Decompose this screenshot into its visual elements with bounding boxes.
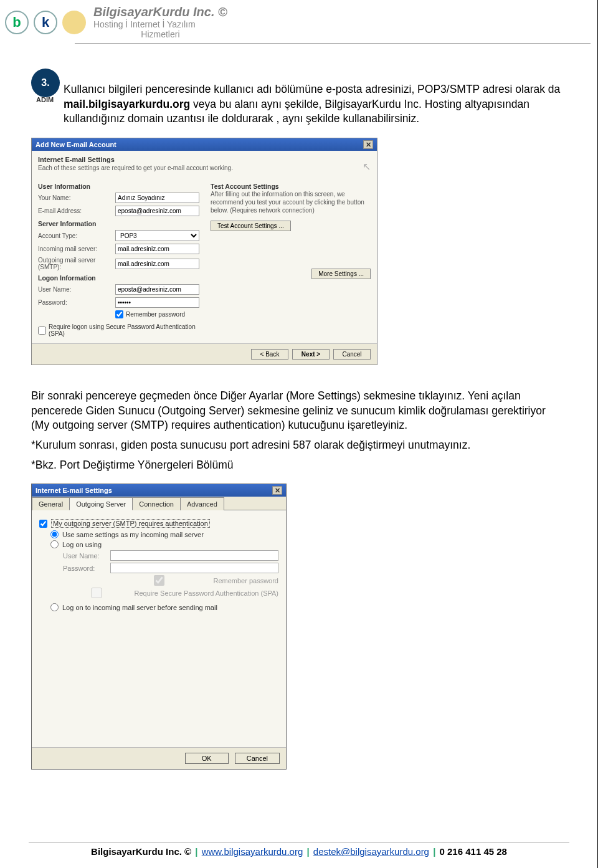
logo-b-icon: b [5,11,29,34]
tab-connection[interactable]: Connection [132,497,181,510]
close-icon[interactable]: ✕ [363,140,373,149]
smtp-auth-label: My outgoing server (SMTP) requires authe… [51,519,210,528]
server-info-heading: Server Information [38,220,199,227]
test-settings-heading: Test Account Settings [211,183,371,190]
footer-url-link[interactable]: www.bilgisayarkurdu.org [202,846,303,857]
tab-outgoing-server[interactable]: Outgoing Server [69,497,133,510]
log-on-before-send-label: Log on to incoming mail server before se… [62,604,217,611]
close-icon[interactable]: ✕ [272,486,282,495]
log-on-using-label: Log on using [62,541,102,548]
outgoing-input[interactable] [115,259,199,269]
log-on-before-send-radio[interactable] [50,603,59,611]
next-button[interactable]: Next > [292,349,330,360]
step-number: 3. [41,77,49,88]
email-input[interactable] [115,206,199,216]
d2-spa-checkbox [63,588,130,598]
ok-button[interactable]: OK [185,753,229,764]
outgoing-label: Outgoing mail server (SMTP): [38,257,113,270]
account-type-label: Account Type: [38,232,113,239]
logo-k-icon: k [34,11,57,34]
dialog2-title: Internet E-mail Settings [36,487,112,494]
d2-username-input [110,550,278,561]
globe-icon [62,11,86,34]
use-same-settings-label: Use same settings as my incoming mail se… [62,531,204,538]
dialog1-titlebar: Add New E-mail Account ✕ [32,138,377,151]
email-settings-dialog: Internet E-mail Settings ✕ General Outgo… [31,484,287,770]
instruction-para-3: *Kurulum sonrası, giden posta sunucusu p… [31,438,563,453]
instruction-para-4: *Bkz. Port Değiştirme Yönergeleri Bölümü [31,458,563,473]
cursor-icon: ↖ [363,161,371,173]
instruction-para-1: Kullanıcı bilgileri penceresinde kullanı… [64,82,563,126]
spa-checkbox[interactable] [38,327,46,335]
username-label: User Name: [38,286,113,293]
separator-icon: | [305,846,310,857]
user-info-heading: User Information [38,183,199,190]
separator-icon: | [194,846,199,857]
d2-password-label: Password: [63,565,107,572]
d2-remember-checkbox [109,575,209,586]
tab-general[interactable]: General [32,497,70,510]
d2-password-input [110,563,278,573]
tabs: General Outgoing Server Connection Advan… [32,497,286,510]
back-button[interactable]: < Back [251,349,288,360]
footer-phone: 0 216 411 45 28 [440,846,507,857]
test-account-button[interactable]: Test Account Settings ... [211,221,291,231]
incoming-input[interactable] [115,244,199,254]
dialog1-title: Add New E-mail Account [36,141,116,148]
step-badge: 3. [31,69,60,97]
page-header: b k BilgisayarKurdu Inc. © Hosting İ Int… [0,0,598,39]
company-tagline2: Hizmetleri [93,29,227,39]
d2-remember-label: Remember password [213,577,278,584]
password-input[interactable] [115,297,199,308]
remember-password-label: Remember password [126,311,185,318]
separator-icon: | [432,846,437,857]
dialog2-titlebar: Internet E-mail Settings ✕ [32,484,286,497]
dialog1-desc: Each of these settings are required to g… [38,165,371,171]
instruction-para-2: Bir sonraki pencereye geçmeden önce Diğe… [31,389,563,433]
log-on-using-radio[interactable] [50,540,59,548]
remember-password-checkbox[interactable] [115,310,123,318]
cancel-button[interactable]: Cancel [333,349,371,360]
page-footer: BilgisayarKurdu Inc. © | www.bilgisayark… [29,842,569,857]
header-divider [75,43,591,44]
test-settings-desc: After filling out the information on thi… [211,190,371,214]
your-name-label: Your Name: [38,194,113,201]
password-label: Password: [38,299,113,306]
your-name-input[interactable] [115,193,199,203]
company-tagline1: Hosting İ Internet İ Yazılım [93,19,227,29]
d2-spa-label: Require Secure Password Authentication (… [134,589,278,597]
cancel-button[interactable]: Cancel [235,753,280,764]
email-label: E-mail Address: [38,207,113,214]
bold-mail-host: mail.bilgisayarkurdu.org [64,98,190,110]
use-same-settings-radio[interactable] [50,530,59,538]
add-account-dialog: Add New E-mail Account ✕ Internet E-mail… [31,138,377,365]
account-type-select[interactable]: POP3 [115,230,199,241]
company-name: BilgisayarKurdu Inc. © [93,5,227,19]
smtp-auth-checkbox[interactable] [39,520,47,528]
username-input[interactable] [115,284,199,295]
d2-username-label: User Name: [63,552,107,560]
incoming-label: Incoming mail server: [38,246,113,252]
company-block: BilgisayarKurdu Inc. © Hosting İ Interne… [93,5,227,39]
dialog1-heading: Internet E-mail Settings [38,156,371,163]
footer-company: BilgisayarKurdu Inc. © [91,846,191,857]
tab-advanced[interactable]: Advanced [180,497,224,510]
spa-label: Require logon using Secure Password Auth… [49,323,199,337]
footer-email-link[interactable]: destek@bilgisayarkurdu.org [313,846,429,857]
logon-info-heading: Logon Information [38,274,199,282]
more-settings-button[interactable]: More Settings ... [311,269,371,279]
